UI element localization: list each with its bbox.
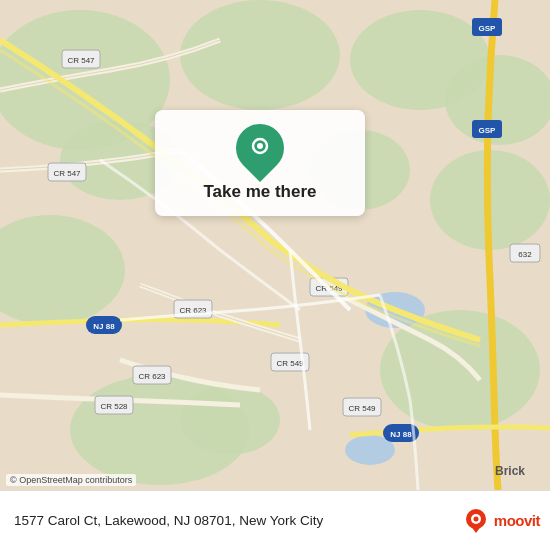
svg-marker-44	[470, 525, 482, 533]
moovit-icon	[462, 507, 490, 535]
cta-overlay: Take me there	[155, 110, 365, 216]
pin-inner	[249, 135, 271, 161]
address-text: 1577 Carol Ct, Lakewood, NJ 08701, New Y…	[10, 513, 462, 528]
map-pin-icon	[226, 114, 294, 182]
svg-point-46	[473, 516, 478, 521]
svg-text:NJ 88: NJ 88	[390, 430, 412, 439]
svg-text:CR 547: CR 547	[53, 169, 81, 178]
map-container: GSP GSP CR 547 CR 547 NJ 88 NJ 88 CR 623…	[0, 0, 550, 490]
svg-text:GSP: GSP	[479, 126, 497, 135]
moovit-logo: moovit	[462, 507, 540, 535]
svg-text:CR 549: CR 549	[348, 404, 376, 413]
svg-text:Brick: Brick	[495, 464, 525, 478]
osm-credit: © OpenStreetMap contributors	[6, 474, 136, 486]
svg-text:CR 528: CR 528	[100, 402, 128, 411]
svg-text:CR 549: CR 549	[276, 359, 304, 368]
svg-text:CR 547: CR 547	[67, 56, 95, 65]
svg-text:NJ 88: NJ 88	[93, 322, 115, 331]
svg-point-11	[180, 385, 280, 455]
svg-point-42	[257, 143, 263, 149]
svg-text:GSP: GSP	[479, 24, 497, 33]
moovit-text: moovit	[494, 512, 540, 529]
bottom-bar: 1577 Carol Ct, Lakewood, NJ 08701, New Y…	[0, 490, 550, 550]
svg-point-2	[180, 0, 340, 110]
svg-text:CR 623: CR 623	[138, 372, 166, 381]
svg-text:632: 632	[518, 250, 532, 259]
take-me-there-button[interactable]: Take me there	[203, 182, 316, 202]
